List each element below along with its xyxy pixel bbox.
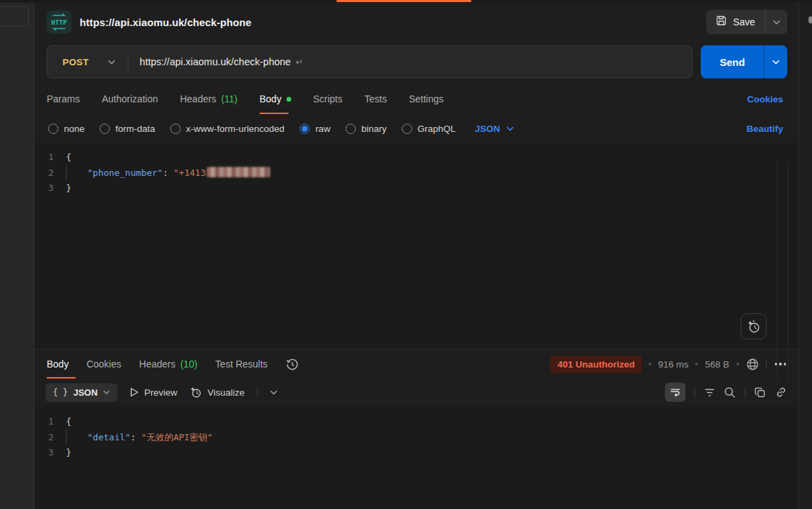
indent-guide [66, 430, 67, 445]
preview-button[interactable]: Preview [130, 387, 177, 398]
method-label: POST [63, 57, 89, 67]
rail-partial-icon[interactable] [809, 16, 812, 23]
tab-body[interactable]: Body [260, 84, 291, 114]
history-clock-icon [286, 358, 299, 371]
response-body-viewer: 1 { 2 "detail":"无效的API密钥" 3 } [34, 406, 798, 509]
divider [695, 387, 695, 398]
wrap-text-icon [670, 387, 681, 397]
radio-icon [48, 124, 58, 134]
braces-icon: { } [53, 387, 68, 397]
response-format-select[interactable]: { } JSON [45, 383, 117, 402]
visualize-button[interactable]: Visualize [190, 386, 245, 398]
postbot-sparkle-icon [746, 319, 761, 334]
filter-icon [704, 388, 715, 397]
tab-params[interactable]: Params [47, 84, 80, 114]
url-container: POST https://api.xiaomu.uk/check-phone ↵ [47, 45, 692, 78]
radio-urlencoded[interactable]: x-www-form-urlencoded [170, 124, 284, 134]
postbot-button[interactable] [741, 313, 767, 339]
line-number: 3 [34, 181, 66, 196]
copy-button[interactable] [754, 387, 766, 398]
body-modified-dot [286, 97, 291, 102]
radio-binary[interactable]: binary [346, 124, 387, 134]
http-request-icon: HTTP [47, 10, 71, 34]
toolbar-expand-caret[interactable] [270, 390, 278, 395]
network-info-button[interactable] [746, 358, 759, 371]
radio-form-data[interactable]: form-data [100, 124, 155, 134]
meta-separator-dot [736, 363, 739, 365]
response-tabs-row: Body Cookies Headers (10) Test Results 4… [34, 350, 798, 378]
chevron-down-icon [506, 126, 514, 131]
beautify-link[interactable]: Beautify [747, 124, 783, 134]
line-number: 2 [34, 430, 66, 446]
code-line: 1 { [34, 150, 798, 166]
tab-scripts[interactable]: Scripts [313, 84, 343, 114]
tab-response-cookies[interactable]: Cookies [87, 350, 122, 378]
link-icon [775, 386, 787, 398]
line-number: 1 [34, 414, 66, 430]
chevron-down-icon [108, 60, 115, 65]
response-history-button[interactable] [286, 358, 299, 371]
method-select[interactable]: POST [47, 57, 128, 67]
main-panel: HTTP https://api.xiaomu.uk/check-phone S… [34, 0, 798, 509]
send-button[interactable]: Send [701, 45, 764, 78]
code-line: 3 } [34, 181, 798, 196]
headers-count: (11) [221, 93, 238, 104]
tab-response-body[interactable]: Body [47, 350, 69, 378]
save-icon [716, 15, 727, 29]
request-tabs: Params Authorization Headers (11) Body S… [34, 84, 798, 114]
wrap-text-toggle[interactable] [665, 383, 686, 402]
radio-icon [100, 124, 110, 134]
request-title: https://api.xiaomu.uk/check-phone [80, 16, 251, 28]
save-split-button: Save [706, 10, 787, 34]
radio-icon [402, 124, 412, 134]
tab-settings[interactable]: Settings [409, 84, 444, 114]
search-button[interactable] [724, 387, 736, 398]
indent-guide [66, 166, 67, 181]
radio-none[interactable]: none [48, 124, 84, 134]
response-size: 568 B [705, 359, 729, 370]
globe-icon [746, 358, 759, 371]
radio-graphql[interactable]: GraphQL [402, 124, 456, 134]
body-type-row: none form-data x-www-form-urlencoded raw… [34, 114, 798, 143]
raw-format-select[interactable]: JSON [475, 124, 514, 134]
save-button[interactable]: Save [706, 10, 765, 34]
active-tab-accent [337, 0, 471, 2]
save-options-caret[interactable] [765, 10, 787, 34]
meta-separator-dot [649, 363, 651, 365]
status-badge: 401 Unauthorized [550, 356, 642, 373]
app-window: HTTP https://api.xiaomu.uk/check-phone S… [0, 0, 812, 509]
radio-raw[interactable]: raw [300, 124, 330, 134]
radio-selected-icon [300, 124, 310, 134]
cookies-link[interactable]: Cookies [747, 94, 783, 104]
left-sidebar [0, 0, 34, 509]
editor-scrollbar[interactable] [788, 161, 789, 381]
play-icon [130, 387, 139, 397]
editor-scroll-gutter[interactable] [777, 161, 778, 381]
copy-icon [754, 387, 766, 398]
json-key: "phone_number" [87, 168, 163, 178]
tab-test-results[interactable]: Test Results [215, 350, 267, 378]
line-number: 2 [34, 166, 66, 181]
response-panel: Body Cookies Headers (10) Test Results 4… [34, 349, 798, 509]
divider [745, 387, 745, 398]
filter-button[interactable] [704, 388, 715, 397]
svg-text:HTTP: HTTP [52, 19, 67, 26]
code-line: 2 "phone_number":"+1413 [34, 166, 798, 181]
save-button-label: Save [733, 16, 755, 27]
tab-tests[interactable]: Tests [364, 84, 387, 114]
right-rail [798, 0, 812, 509]
request-header: HTTP https://api.xiaomu.uk/check-phone S… [34, 0, 798, 41]
request-body-editor[interactable]: 1 { 2 "phone_number":"+1413 3 } [34, 143, 798, 349]
url-input[interactable]: https://api.xiaomu.uk/check-phone [128, 56, 291, 67]
link-button[interactable] [775, 386, 787, 398]
response-more-button[interactable] [774, 363, 788, 365]
response-meta: 401 Unauthorized 916 ms 568 B [550, 356, 787, 373]
tab-headers[interactable]: Headers (11) [180, 84, 238, 114]
send-options-caret[interactable] [764, 45, 787, 78]
tab-authorization[interactable]: Authorization [102, 84, 158, 114]
code-line: 3 } [34, 445, 798, 461]
radio-icon [346, 124, 356, 134]
json-value: "无效的API密钥" [142, 432, 213, 442]
line-number: 1 [34, 150, 66, 166]
tab-response-headers[interactable]: Headers (10) [139, 350, 198, 378]
